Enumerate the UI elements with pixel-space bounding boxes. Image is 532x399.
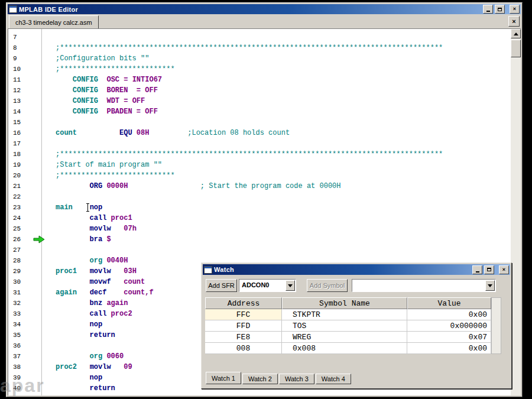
watch-row[interactable]: FE8WREG0x07 [205,332,491,343]
code-line[interactable]: 8;**************************************… [8,43,511,53]
line-number[interactable]: 35 [8,330,41,340]
line-number[interactable]: 13 [8,96,41,106]
watch-cell-symbol[interactable]: 0x008 [282,343,407,354]
watch-tab[interactable]: Watch 3 [279,374,314,384]
watch-tab[interactable]: Watch 4 [316,374,351,384]
document-tab[interactable]: ch3-3 timedelay calcz.asm [9,15,99,28]
watch-cell-address[interactable]: 008 [205,343,282,354]
code-line[interactable]: 18;*************************************… [8,149,511,160]
line-number[interactable]: 11 [8,74,41,85]
code-line[interactable]: 26 bra $ [8,234,511,245]
sfr-select[interactable]: ADCON0 [239,279,296,292]
watch-row[interactable]: FFCSTKPTR0x00 [205,309,491,320]
code-line[interactable]: 17 [8,138,511,149]
document-close-button[interactable]: × [508,16,520,27]
line-number[interactable]: 27 [8,245,41,255]
line-number[interactable]: 18 [8,149,41,160]
watch-cell-symbol[interactable]: STKPTR [282,309,407,320]
code-text: ;***************************************… [56,149,443,160]
code-line[interactable]: 23main nop [8,202,511,213]
code-line[interactable]: 15 [8,117,511,128]
watch-close-button[interactable]: × [499,265,509,274]
line-number[interactable]: 19 [8,160,41,170]
line-number[interactable]: 22 [8,192,41,202]
line-number[interactable]: 15 [8,117,41,128]
code-line[interactable]: 19;Start of main program "" [8,160,511,170]
symbol-select[interactable] [352,279,496,292]
line-number[interactable]: 14 [8,106,41,117]
add-symbol-button[interactable]: Add Symbol [307,279,348,292]
code-segment: ;*************************** [56,65,175,73]
watch-table-scrollbar[interactable] [491,297,501,354]
sfr-dropdown-button[interactable] [286,280,295,291]
line-number[interactable]: 9 [8,53,41,64]
code-text: bnz again [56,298,128,309]
watch-row[interactable]: 0080x0080x00 [205,343,491,354]
line-number[interactable]: 7 [8,32,41,43]
line-number[interactable]: 34 [8,319,41,330]
watch-row[interactable]: FFDTOS0x000000 [205,320,491,332]
close-button[interactable]: × [510,5,520,14]
watch-cell-symbol[interactable]: TOS [282,320,407,332]
line-number[interactable]: 30 [8,277,41,287]
line-number[interactable]: 33 [8,309,41,319]
line-number[interactable]: 8 [8,43,41,53]
line-number[interactable]: 16 [8,128,41,138]
watch-title-bar[interactable]: Watch × [203,264,510,275]
code-line[interactable]: end [8,394,511,395]
code-line[interactable]: 16count EQU 08H ;Location 08 holds count [8,128,511,138]
code-line[interactable]: 27 [8,245,511,255]
code-line[interactable]: 7 [8,32,511,43]
column-header[interactable]: Address [205,297,282,309]
code-line[interactable]: 14 CONFIG PBADEN = OFF [8,106,511,117]
line-number[interactable]: 29 [8,266,41,277]
watch-tab[interactable]: Watch 2 [242,374,278,384]
line-number[interactable]: 20 [8,170,41,181]
code-line[interactable]: 10;*************************** [8,64,511,74]
code-line[interactable]: 22 [8,192,511,202]
add-sfr-button[interactable]: Add SFR [206,279,237,292]
symbol-dropdown-button[interactable] [485,280,495,291]
watch-cell-value[interactable]: 0x07 [407,332,491,343]
scroll-up-button[interactable] [511,29,521,38]
code-line[interactable]: 20;*************************** [8,170,511,181]
watch-maximize-button[interactable] [484,265,494,274]
line-number[interactable]: 12 [8,85,41,96]
code-segment: end [56,395,69,395]
watch-cell-address[interactable]: FFD [205,320,282,332]
line-number[interactable]: 21 [8,181,41,192]
watch-cell-symbol[interactable]: WREG [282,332,407,343]
line-number[interactable]: 36 [8,340,41,351]
line-number[interactable]: 17 [8,138,41,149]
watch-cell-address[interactable]: FE8 [205,332,282,343]
line-number[interactable]: 24 [8,213,41,223]
code-line[interactable]: 12 CONFIG BOREN = OFF [8,85,511,96]
scrollbar-thumb[interactable] [511,40,521,57]
line-number[interactable]: 10 [8,64,41,74]
code-line[interactable]: 11 CONFIG OSC = INTIO67 [8,74,511,85]
code-line[interactable]: 25 movlw 07h [8,223,511,234]
line-number[interactable]: 28 [8,255,41,266]
maximize-button[interactable] [495,5,505,14]
line-number[interactable]: 31 [8,287,41,298]
column-header[interactable]: Value [407,297,491,309]
line-number[interactable]: 25 [8,223,41,234]
watch-cell-address[interactable]: FFC [205,309,282,320]
watch-minimize-button[interactable] [472,265,482,274]
code-line[interactable]: 13 CONFIG WDT = OFF [8,96,511,106]
watch-cell-value[interactable]: 0x00 [407,309,491,320]
code-line[interactable]: 24 call proc1 [8,213,511,223]
column-header[interactable]: Symbol Name [282,297,407,309]
minimize-button[interactable] [483,5,493,14]
line-number[interactable]: 23 [8,202,41,213]
watch-tab[interactable]: Watch 1 [206,372,241,384]
title-bar[interactable]: MPLAB IDE Editor × [8,4,521,14]
editor-vertical-scrollbar[interactable] [511,29,521,395]
line-number[interactable]: 38 [8,362,41,372]
code-line[interactable]: 21 ORG 0000H ; Start the program code at… [8,181,511,192]
watch-cell-value[interactable]: 0x00 [407,343,491,354]
watch-cell-value[interactable]: 0x000000 [407,320,491,332]
line-number[interactable]: 32 [8,298,41,309]
line-number[interactable]: 37 [8,351,41,362]
code-line[interactable]: 9;Configuration bits "" [8,53,511,64]
